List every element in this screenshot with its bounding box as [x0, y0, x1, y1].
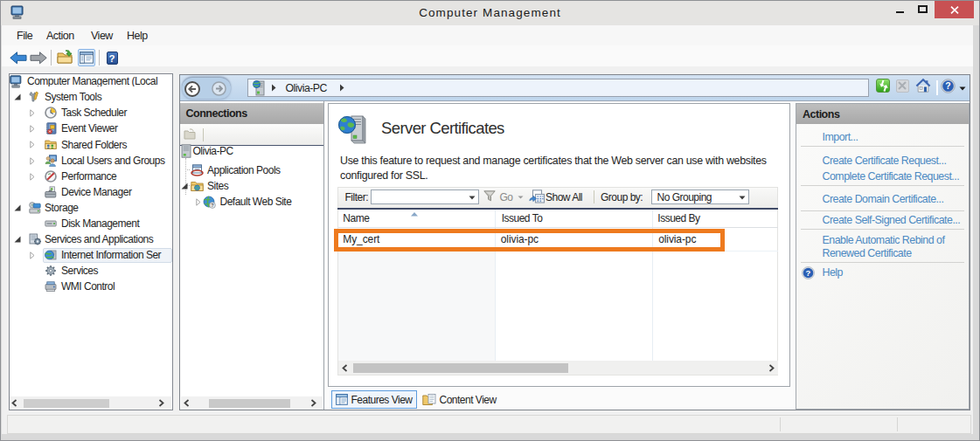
- svg-text:?: ?: [945, 80, 950, 91]
- svg-text:?: ?: [806, 268, 811, 278]
